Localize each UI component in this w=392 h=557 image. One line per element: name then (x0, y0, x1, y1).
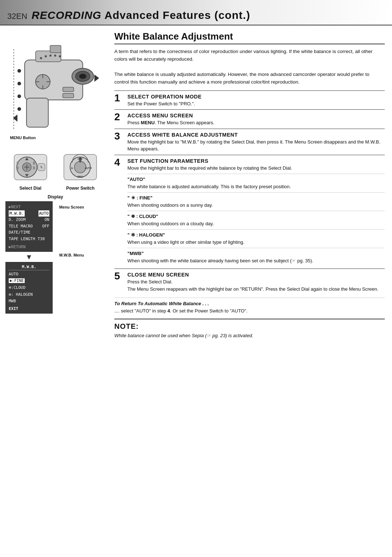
svg-point-14 (17, 82, 21, 85)
arrow-down-icon: ▼ (25, 253, 33, 261)
option-fine: " ☀ : FINE" When shooting outdoors on a … (127, 192, 385, 209)
power-switch-svg: OFF AUTO PRO A. (62, 151, 98, 183)
svg-rect-7 (26, 98, 48, 127)
mwb-title: M.W.B. (9, 265, 49, 270)
svg-point-16 (17, 107, 21, 111)
svg-rect-6 (50, 45, 61, 53)
option-auto: "AUTO" The white balance is adjusted aut… (127, 174, 385, 190)
svg-rect-23 (63, 87, 74, 92)
svg-rect-29 (17, 166, 19, 169)
svg-rect-31 (33, 166, 35, 169)
step-3-content: ACCESS WHITE BALANCE ADJUSTMENT Move the… (127, 132, 385, 153)
step-2-content: ACCESS MENU SCREEN Press MENU. The Menu … (127, 113, 385, 126)
step-2: 2 ACCESS MENU SCREEN Press MENU. The Men… (114, 109, 385, 129)
menu-screen-label: Menu Screen (59, 205, 84, 209)
dial-switch-row: Select Dial OFF AUTO PRO A. (5, 151, 105, 191)
svg-point-15 (17, 94, 21, 98)
option-mwb-desc: When shooting with the white balance alr… (127, 258, 313, 263)
return-note: To Return To Automatic White Balance . .… (114, 298, 385, 314)
svg-point-8 (40, 57, 42, 59)
mwb-menu-label: M.W.B. Menu (59, 253, 84, 257)
menu-screens-col: ▶NEXT M.W.B. AUTO D. ZOOM ON TELE MACRO … (5, 201, 53, 314)
option-halogen-label: " ✼ : HALOGEN" (127, 232, 165, 238)
option-cloud: " ❄ : CLOUD" When shooting outdoors on a… (127, 211, 385, 227)
step-2-num: 2 (114, 112, 124, 126)
menu-screens-area: ▶NEXT M.W.B. AUTO D. ZOOM ON TELE MACRO … (5, 201, 105, 314)
select-dial-label: Select Dial (19, 186, 41, 191)
svg-marker-25 (94, 74, 99, 82)
mwb-items: AUTO ✱:FINE ❄:CLOUD ✼: HALOGEN MWB (9, 271, 49, 305)
main-content: MENU Button (0, 25, 392, 345)
step-4-body: Move the highlight bar to the required w… (127, 165, 385, 172)
step-5-num: 5 (114, 271, 124, 292)
step-2-body: Press MENU. The Menu Screen appears. (127, 119, 385, 126)
mwb-fine: ✱:FINE (9, 278, 49, 284)
step-1-body: Set the Power Switch to "PRO.". (127, 100, 385, 108)
menu-next: ▶NEXT (9, 204, 49, 210)
svg-rect-28 (17, 162, 19, 165)
svg-text:OFF: OFF (78, 158, 83, 160)
svg-point-9 (45, 55, 47, 57)
step-5-body: Press the Select Dial. The Menu Screen r… (127, 278, 385, 292)
step-3: 3 ACCESS WHITE BALANCE ADJUSTMENT Move t… (114, 129, 385, 155)
mwb-exit: EXIT (9, 306, 49, 311)
header-title: RECORDING Advanced Features (cont.) (32, 9, 250, 21)
menu-dzoom-value: ON (45, 217, 49, 223)
option-halogen-desc: When using a video light or other simila… (127, 239, 244, 245)
menu-button-label: MENU Button (10, 136, 36, 140)
intro-text: A term that refers to the correctness of… (114, 48, 385, 86)
option-halogen: " ✼ : HALOGEN" When using a video light … (127, 229, 385, 246)
svg-rect-30 (33, 162, 35, 165)
return-note-body: .... select "AUTO" in step 4. Or set the… (114, 308, 248, 314)
step-5-heading: CLOSE MENU SCREEN (127, 272, 385, 278)
step-4: 4 SET FUNCTION PARAMETERS Move the highl… (114, 155, 385, 269)
step-1-heading: SELECT OPERATION MODE (127, 94, 385, 100)
option-mwb: "MWB" When shooting with the white balan… (127, 248, 385, 264)
page-number: 32EN (7, 3, 27, 22)
section-title: White Balance Adjustment (114, 31, 385, 44)
option-fine-desc: When shooting outdoors on a sunny day. (127, 202, 213, 208)
option-cloud-desc: When shooting outdoors on a cloudy day. (127, 221, 214, 226)
right-column: White Balance Adjustment A term that ref… (109, 25, 392, 345)
note-title: NOTE: (114, 322, 385, 331)
select-dial-svg (12, 151, 49, 183)
step-3-num: 3 (114, 131, 124, 153)
menu-tele-row: TELE MACRO OFF (9, 223, 49, 230)
step-5-content: CLOSE MENU SCREEN Press the Select Dial.… (127, 272, 385, 292)
step-4-heading: SET FUNCTION PARAMETERS (127, 158, 385, 164)
page-number-text: 32 (7, 12, 16, 21)
note-section: NOTE: White balance cannot be used when … (114, 319, 385, 339)
step-5: 5 CLOSE MENU SCREEN Press the Select Dia… (114, 269, 385, 295)
menu-dzoom-row: D. ZOOM ON (9, 217, 49, 223)
steps-list: 1 SELECT OPERATION MODE Set the Power Sw… (114, 90, 385, 295)
left-column: MENU Button (0, 25, 109, 345)
step-4-content: SET FUNCTION PARAMETERS Move the highlig… (127, 158, 385, 267)
svg-rect-24 (63, 93, 74, 98)
menu-return: ▶RETURN (9, 245, 49, 249)
svg-point-12 (59, 55, 61, 57)
option-mwb-label: "MWB" (127, 251, 144, 256)
menu-tele-label: TELE MACRO (9, 223, 33, 230)
page-suffix: EN (16, 12, 27, 21)
menu-datetime-row: DATE/TIME (9, 229, 49, 236)
step-4-num: 4 (114, 157, 124, 267)
svg-point-4 (79, 74, 86, 79)
svg-point-13 (17, 69, 21, 73)
step-1: 1 SELECT OPERATION MODE Set the Power Sw… (114, 90, 385, 110)
power-switch-label: Power Switch (66, 186, 94, 191)
step-2-heading: ACCESS MENU SCREEN (127, 113, 385, 118)
menu-auto-value: AUTO (38, 210, 50, 217)
menu-screen-box: ▶NEXT M.W.B. AUTO D. ZOOM ON TELE MACRO … (5, 201, 53, 252)
option-fine-label: " ☀ : FINE" (127, 195, 152, 201)
step-1-num: 1 (114, 93, 124, 108)
menu-mwb-label: M.W.B. (9, 210, 25, 217)
menu-screen-content: ▶NEXT M.W.B. AUTO D. ZOOM ON TELE MACRO … (9, 204, 49, 242)
camcorder-svg (7, 31, 105, 147)
option-cloud-label: " ❄ : CLOUD" (127, 214, 158, 219)
step-3-heading: ACCESS WHITE BALANCE ADJUSTMENT (127, 132, 385, 138)
mwb-auto: AUTO (9, 271, 49, 278)
mwb-halogen: ✼: HALOGEN (9, 291, 49, 298)
mwb-mwb: MWB (9, 298, 49, 305)
option-auto-desc: The white balance is adjusted automatica… (127, 184, 291, 189)
svg-point-11 (54, 55, 56, 57)
